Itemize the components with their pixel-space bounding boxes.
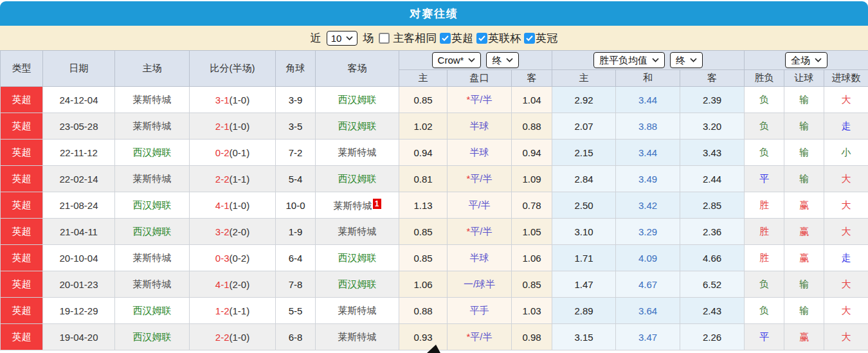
fulltime-score: 3-2 (215, 226, 230, 237)
cell-odds-away: 0.85 (512, 271, 552, 298)
handicap-star-marker: * (466, 173, 470, 184)
away-team-name: 莱斯特城 (338, 147, 377, 158)
cell-odds-handicap: *平/半 (448, 87, 512, 113)
sub-header-avg-away: 客 (680, 70, 745, 87)
cell-result-goals: 大 (824, 298, 868, 324)
cell-avg-away: 6.52 (680, 271, 745, 298)
same-venue-checkbox[interactable] (379, 33, 390, 44)
cell-avg-home: 2.89 (552, 298, 616, 324)
cell-result-outcome: 负 (745, 140, 784, 166)
cell-corners: 7-2 (276, 140, 316, 166)
cell-odds-away: 1.04 (512, 87, 552, 113)
home-team-name: 莱斯特城 (133, 252, 172, 263)
cell-odds-away: 0.98 (512, 324, 552, 350)
away-team-name: 莱斯特城 (334, 200, 372, 211)
check-icon (478, 35, 485, 41)
cell-avg-away: 2.85 (680, 192, 745, 219)
cell-corners: 3-5 (276, 113, 316, 140)
league-cup-label: 英联杯 (488, 31, 521, 46)
cell-odds-home: 0.88 (399, 298, 448, 324)
home-team-name: 莱斯特城 (133, 278, 172, 289)
away-team-name: 西汉姆联 (338, 173, 377, 184)
cell-corners: 5-5 (276, 298, 316, 324)
halftime-score: (1-0) (230, 200, 250, 211)
chevron-down-icon (652, 58, 659, 62)
cell-away-team: 西汉姆联 (316, 87, 399, 113)
cell-home-team: 西汉姆联 (115, 219, 190, 245)
league-filter-cup[interactable]: 英联杯 (476, 31, 521, 46)
cell-away-team: 莱斯特城1 (316, 192, 399, 219)
cell-avg-away: 2.39 (680, 87, 745, 113)
cell-avg-draw: 3.49 (616, 166, 680, 192)
cell-home-team: 莱斯特城 (115, 87, 190, 113)
cell-result-goals: 小 (824, 140, 868, 166)
cell-avg-draw: 3.42 (616, 192, 680, 219)
avg-group-header: 胜平负均值 终 (552, 51, 745, 70)
cell-avg-home: 1.71 (552, 245, 616, 271)
halftime-score: (1-0) (230, 332, 250, 343)
odds-provider-select[interactable]: Crow* (432, 52, 482, 68)
premier-league-checkbox[interactable] (440, 33, 451, 44)
cell-odds-handicap: 一/球半 (448, 271, 512, 298)
halftime-score: (2-0) (230, 226, 250, 237)
away-team-name: 莱斯特城 (338, 305, 377, 316)
cell-date: 23-05-28 (43, 113, 115, 140)
cell-home-team: 莱斯特城 (115, 113, 190, 140)
matches-label: 场 (363, 31, 374, 46)
avg-type-select[interactable]: 胜平负均值 (593, 52, 665, 68)
cell-result-goals: 大 (824, 219, 868, 245)
col-header-type: 类型 (1, 51, 43, 87)
cell-league-type: 英超 (1, 87, 43, 113)
cell-result-handicap: 赢 (784, 192, 824, 219)
cell-odds-home: 1.13 (399, 192, 448, 219)
home-team-name: 莱斯特城 (133, 173, 172, 184)
cell-result-handicap: 输 (784, 87, 824, 113)
halftime-score: (1-1) (230, 174, 250, 185)
odds-final-select[interactable]: 终 (486, 52, 519, 68)
table-row: 英超 22-11-12 西汉姆联 0-2(0-1) 7-2 莱斯特城 0.94 … (1, 140, 868, 166)
home-team-name: 西汉姆联 (133, 199, 172, 210)
championship-label: 英冠 (536, 31, 557, 46)
history-table-body: 英超 24-12-04 莱斯特城 3-1(1-0) 3-9 西汉姆联 0.85 … (1, 87, 868, 350)
halftime-score: (0-1) (230, 147, 250, 158)
cell-home-team: 莱斯特城 (115, 166, 190, 192)
fullmatch-select[interactable]: 全场 (785, 52, 827, 68)
cell-avg-draw: 3.88 (616, 113, 680, 140)
cell-result-goals: 大 (824, 324, 868, 350)
home-team-name: 西汉姆联 (133, 147, 172, 158)
same-venue-filter[interactable]: 主客相同 (379, 31, 437, 46)
cell-avg-away: 3.20 (680, 113, 745, 140)
cell-away-team: 西汉姆联 (316, 245, 399, 271)
cell-date: 22-11-12 (43, 140, 115, 166)
cell-avg-home: 2.92 (552, 87, 616, 113)
cell-result-goals: 大 (824, 271, 868, 298)
table-header: 类型 日期 主场 比分(半场) 角球 客场 Crow* 终 (1, 51, 868, 87)
table-row: 英超 22-02-14 莱斯特城 2-2(1-1) 5-4 西汉姆联 0.81 … (1, 166, 868, 192)
cell-odds-home: 1.02 (399, 113, 448, 140)
cell-score: 4-1(1-0) (190, 192, 276, 219)
cell-score: 3-1(1-0) (190, 87, 276, 113)
cell-corners: 5-4 (276, 166, 316, 192)
cell-corners: 3-9 (276, 87, 316, 113)
handicap-star-marker: * (466, 94, 470, 105)
home-team-name: 西汉姆联 (133, 226, 172, 237)
cell-odds-home: 1.06 (399, 271, 448, 298)
avg-final-select[interactable]: 终 (670, 52, 703, 68)
cell-date: 21-08-24 (43, 192, 115, 219)
chevron-down-icon (346, 36, 353, 41)
cell-avg-home: 3.15 (552, 324, 616, 350)
league-cup-checkbox[interactable] (476, 33, 487, 44)
championship-checkbox[interactable] (524, 33, 535, 44)
league-filter-championship[interactable]: 英冠 (524, 31, 557, 46)
recent-count-select[interactable]: 10 (327, 31, 358, 46)
cell-score: 0-2(0-1) (190, 140, 276, 166)
cell-league-type: 英超 (1, 245, 43, 271)
filter-bar: 近 10 场 主客相同 英超 英联杯 英冠 (0, 26, 868, 50)
league-filter-premier[interactable]: 英超 (440, 31, 473, 46)
col-header-corners: 角球 (276, 51, 316, 87)
cell-avg-draw: 4.09 (616, 245, 680, 271)
cell-away-team: 莱斯特城 (316, 219, 399, 245)
panel-title: 对赛往绩 (410, 6, 458, 21)
cell-avg-draw: 3.29 (616, 219, 680, 245)
cell-result-goals: 大 (824, 87, 868, 113)
